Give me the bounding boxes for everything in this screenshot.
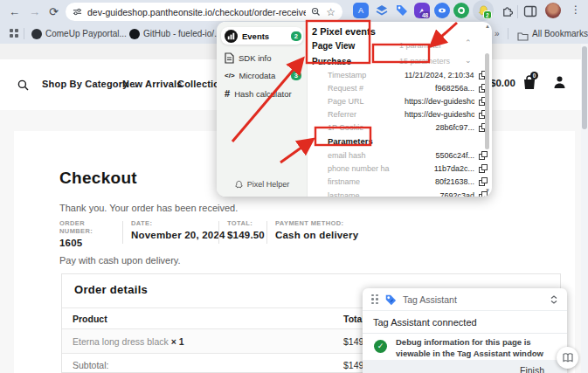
tag-assistant-icon xyxy=(384,294,397,306)
popup-scrollbar-thumb[interactable] xyxy=(485,53,489,149)
meta-payment-method: PAYMENT METHOD: Cash on delivery xyxy=(275,219,358,240)
url-text: dev-guideshop.pantheonsite.io/checkout/o… xyxy=(87,7,306,17)
address-bar[interactable]: dev-guideshop.pantheonsite.io/checkout/o… xyxy=(66,3,342,21)
cart-bag-icon[interactable]: 0 xyxy=(522,74,537,94)
tag-extension-icon[interactable] xyxy=(394,3,410,18)
param-row: Timestamp 11/21/2024, 2:10:34 AM xyxy=(328,68,487,81)
pixel-events-header: 2 Pixel events xyxy=(312,26,376,37)
tag-assistant-footer: Finish xyxy=(363,360,567,373)
order-details-title: Order details xyxy=(74,283,148,296)
product-qty: × 1 xyxy=(171,336,184,347)
finish-button[interactable]: Finish xyxy=(520,365,544,373)
drag-handle-icon[interactable] xyxy=(371,294,378,305)
pixel-helper-popup: Events 2 SDK info </> Microdata 3 # Hash… xyxy=(217,22,492,197)
site-settings-tune-icon[interactable] xyxy=(73,7,82,17)
toolbar-separator xyxy=(517,5,518,18)
check-icon: ✓ xyxy=(374,340,387,353)
sidebar-item-hash-calculator[interactable]: # Hash calculator xyxy=(221,85,303,102)
meta-date: DATE: November 20, 2024 xyxy=(131,219,225,240)
microdata-badge: 3 xyxy=(291,71,301,80)
product-name: Eterna long dress black × 1 xyxy=(73,336,184,347)
pixel-helper-badge: 2 xyxy=(483,10,492,19)
tag-assistant-header[interactable]: Tag Assistant xyxy=(363,288,567,311)
github-favicon xyxy=(129,29,140,39)
eye-extension-icon[interactable] xyxy=(434,3,450,18)
scroll-down-icon[interactable]: ▼ xyxy=(484,188,491,193)
search-icon[interactable] xyxy=(17,79,29,94)
forward-icon[interactable]: → xyxy=(29,0,40,24)
meta-total: TOTAL: $149.50 xyxy=(227,219,265,240)
book-icon xyxy=(563,353,573,363)
bookmark-star-icon[interactable]: ☆ xyxy=(326,6,336,18)
side-panel-icon[interactable] xyxy=(523,4,537,22)
chevron-down-icon[interactable]: ⌄ xyxy=(465,56,472,65)
account-icon[interactable] xyxy=(553,75,566,93)
tag-assistant-body: ✓ Debug information for this page is vie… xyxy=(363,334,567,360)
bookmark-comeup[interactable]: ComeUp Payportal... xyxy=(45,24,127,44)
reload-icon[interactable]: ⟳ xyxy=(49,0,59,24)
events-chart-icon xyxy=(225,30,238,43)
bookmark-github[interactable]: GitHub - fueled-io/... xyxy=(143,24,221,44)
bookmarks-overflow-icon[interactable]: » xyxy=(495,24,500,44)
profile-avatar[interactable] xyxy=(545,3,561,18)
purple-extension-icon[interactable]: ▲ 48 xyxy=(414,3,430,18)
kebab-menu-icon[interactable]: ⋮ xyxy=(571,3,581,16)
meta-order-number: ORDER NUMBER: 1605 xyxy=(59,219,93,248)
folder-icon xyxy=(517,29,529,45)
events-badge: 2 xyxy=(291,31,301,41)
param-row: firstname 80f21638... xyxy=(328,175,487,188)
param-row: 1P Cookie 28b6fc97... xyxy=(328,121,487,134)
page-title: Checkout xyxy=(59,169,137,188)
purple-extension-badge: 48 xyxy=(420,11,430,18)
sidebar-item-sdk-info[interactable]: SDK info xyxy=(221,49,303,66)
param-row: Referrer https://dev-guideshop.p xyxy=(328,107,487,121)
pay-note: Pay with cash upon delivery. xyxy=(59,255,181,266)
reading-mode-button[interactable] xyxy=(557,347,578,369)
col-product: Product xyxy=(73,314,107,324)
translate-extension-icon[interactable]: A xyxy=(353,3,369,18)
cart-count-badge: 0 xyxy=(530,72,538,79)
scroll-up-icon[interactable]: ▲ xyxy=(484,24,491,29)
hash-icon: # xyxy=(225,88,230,99)
pixel-helper-sidebar: Events 2 SDK info </> Microdata 3 # Hash… xyxy=(217,22,308,197)
tag-assistant-status: Tag Assistant connected xyxy=(363,311,567,334)
pixel-helper-extension-icon[interactable]: 2 xyxy=(475,3,491,18)
layers-extension-icon[interactable] xyxy=(374,3,390,18)
param-row: lastname 7692c3ad xyxy=(328,189,487,197)
popup-scrollbar[interactable]: ▲ ▼ xyxy=(484,24,491,195)
event-row-purchase[interactable]: Purchase 15 parameters xyxy=(312,54,487,68)
document-icon xyxy=(225,52,234,64)
nav-new-arrivals[interactable]: New Arrivals xyxy=(122,79,183,89)
tag-assistant-title: Tag Assistant xyxy=(403,294,543,305)
sidebar-item-events[interactable]: Events 2 xyxy=(221,27,303,45)
param-section-header: Parameters xyxy=(328,135,487,148)
page-scrollbar-thumb[interactable] xyxy=(582,46,587,129)
col-total: Total xyxy=(343,314,364,324)
chevron-up-icon[interactable]: ⌃ xyxy=(465,38,472,47)
param-row: phone number ha 11b7da2c... xyxy=(328,162,487,175)
sidebar-item-microdata[interactable]: </> Microdata 3 xyxy=(221,66,303,84)
extensions-puzzle-icon[interactable] xyxy=(499,3,515,18)
tag-assistant-popup: Tag Assistant Tag Assistant connected ✓ … xyxy=(363,288,567,373)
param-row: Page URL https://dev-guideshop.p xyxy=(328,94,487,107)
page-scrollbar[interactable] xyxy=(581,44,588,373)
ghost-icon xyxy=(234,180,244,190)
pixel-helper-footer: Pixel Helper xyxy=(217,172,307,197)
event-row-page-view[interactable]: Page View 1 parameter xyxy=(312,38,487,52)
all-bookmarks-label[interactable]: All Bookmarks xyxy=(532,24,588,44)
comeup-favicon xyxy=(31,29,42,39)
green-ring-extension-icon[interactable] xyxy=(453,3,469,18)
code-icon: </> xyxy=(225,72,235,79)
back-icon[interactable]: ← xyxy=(9,0,20,24)
bookmarks-separator xyxy=(24,28,24,39)
param-row: Request # f968256a... xyxy=(328,81,487,94)
collapse-icon[interactable] xyxy=(550,294,558,305)
order-received-text: Thank you. Your order has been received. xyxy=(59,203,238,213)
cart-total: $0.00 xyxy=(490,78,515,88)
zoom-icon[interactable] xyxy=(311,7,321,17)
bookmarks-separator-2 xyxy=(508,28,508,39)
apps-grid-icon[interactable] xyxy=(10,29,18,38)
subtotal-label: Subtotal: xyxy=(73,360,108,370)
param-row: email hash 5506c24f... xyxy=(328,149,487,162)
